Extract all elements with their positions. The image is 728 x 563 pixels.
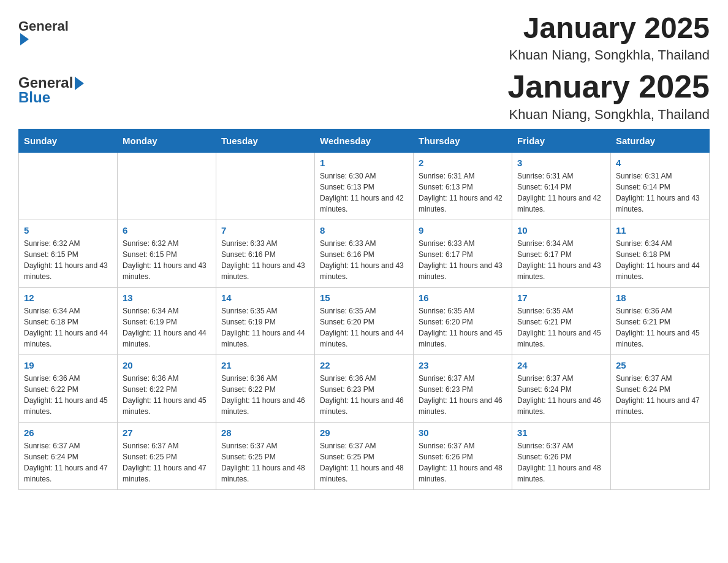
day-info: Sunrise: 6:36 AMSunset: 6:22 PMDaylight:… <box>123 373 211 417</box>
location-title: Khuan Niang, Songkhla, Thailand <box>509 47 710 63</box>
day-cell: 23Sunrise: 6:37 AMSunset: 6:23 PMDayligh… <box>414 354 512 422</box>
day-info: Sunrise: 6:37 AMSunset: 6:24 PMDaylight:… <box>24 440 112 484</box>
day-number: 8 <box>320 225 408 236</box>
day-cell: 24Sunrise: 6:37 AMSunset: 6:24 PMDayligh… <box>512 354 611 422</box>
day-cell: 2Sunrise: 6:31 AMSunset: 6:13 PMDaylight… <box>414 152 512 220</box>
day-info: Sunrise: 6:31 AMSunset: 6:13 PMDaylight:… <box>419 170 507 215</box>
day-cell: 31Sunrise: 6:37 AMSunset: 6:26 PMDayligh… <box>512 422 611 489</box>
day-info: Sunrise: 6:33 AMSunset: 6:16 PMDaylight:… <box>221 238 309 282</box>
day-number: 30 <box>419 427 507 438</box>
logo-container: General Blue <box>18 74 84 106</box>
day-info: Sunrise: 6:37 AMSunset: 6:23 PMDaylight:… <box>419 373 507 417</box>
day-cell: 9Sunrise: 6:33 AMSunset: 6:17 PMDaylight… <box>414 220 512 287</box>
day-info: Sunrise: 6:35 AMSunset: 6:21 PMDaylight:… <box>517 305 605 350</box>
logo-triangle-icon <box>75 77 84 90</box>
day-info: Sunrise: 6:37 AMSunset: 6:25 PMDaylight:… <box>123 440 211 484</box>
day-info: Sunrise: 6:37 AMSunset: 6:26 PMDaylight:… <box>419 440 507 484</box>
week-row-4: 19Sunrise: 6:36 AMSunset: 6:22 PMDayligh… <box>19 354 710 422</box>
day-info: Sunrise: 6:33 AMSunset: 6:16 PMDaylight:… <box>320 238 408 282</box>
day-info: Sunrise: 6:34 AMSunset: 6:17 PMDaylight:… <box>517 238 605 282</box>
day-info: Sunrise: 6:36 AMSunset: 6:22 PMDaylight:… <box>221 373 309 417</box>
header-tuesday: Tuesday <box>216 129 315 152</box>
day-cell: 15Sunrise: 6:35 AMSunset: 6:20 PMDayligh… <box>315 287 414 354</box>
day-cell: 22Sunrise: 6:36 AMSunset: 6:23 PMDayligh… <box>315 354 414 422</box>
day-number: 6 <box>123 225 211 236</box>
logo-blue-text: Blue <box>18 89 50 106</box>
day-cell: 13Sunrise: 6:34 AMSunset: 6:19 PMDayligh… <box>118 287 216 354</box>
day-info: Sunrise: 6:35 AMSunset: 6:19 PMDaylight:… <box>221 305 309 350</box>
page-header: General January 2025 Khuan Niang, Songkh… <box>18 12 710 63</box>
day-info: Sunrise: 6:34 AMSunset: 6:19 PMDaylight:… <box>123 305 211 350</box>
day-number: 5 <box>24 225 112 236</box>
day-number: 19 <box>24 360 112 370</box>
day-number: 3 <box>517 158 605 168</box>
day-cell: 16Sunrise: 6:35 AMSunset: 6:20 PMDayligh… <box>414 287 512 354</box>
day-info: Sunrise: 6:37 AMSunset: 6:25 PMDaylight:… <box>320 440 408 484</box>
day-info: Sunrise: 6:35 AMSunset: 6:20 PMDaylight:… <box>419 305 507 350</box>
day-cell: 7Sunrise: 6:33 AMSunset: 6:16 PMDaylight… <box>216 220 315 287</box>
day-number: 7 <box>221 225 309 236</box>
week-row-1: 1Sunrise: 6:30 AMSunset: 6:13 PMDaylight… <box>19 152 710 220</box>
day-cell: 5Sunrise: 6:32 AMSunset: 6:15 PMDaylight… <box>19 220 118 287</box>
day-info: Sunrise: 6:35 AMSunset: 6:20 PMDaylight:… <box>320 305 408 350</box>
header-saturday: Saturday <box>611 129 710 152</box>
day-info: Sunrise: 6:31 AMSunset: 6:14 PMDaylight:… <box>616 170 704 215</box>
day-number: 10 <box>517 225 605 236</box>
day-cell: 18Sunrise: 6:36 AMSunset: 6:21 PMDayligh… <box>611 287 710 354</box>
day-number: 13 <box>123 293 211 303</box>
day-number: 29 <box>320 427 408 438</box>
day-cell <box>118 152 216 220</box>
day-info: Sunrise: 6:33 AMSunset: 6:17 PMDaylight:… <box>419 238 507 282</box>
day-cell: 30Sunrise: 6:37 AMSunset: 6:26 PMDayligh… <box>414 422 512 489</box>
header-friday: Friday <box>512 129 611 152</box>
calendar-header-row: SundayMondayTuesdayWednesdayThursdayFrid… <box>19 129 710 152</box>
week-row-5: 26Sunrise: 6:37 AMSunset: 6:24 PMDayligh… <box>19 422 710 489</box>
day-cell: 8Sunrise: 6:33 AMSunset: 6:16 PMDaylight… <box>315 220 414 287</box>
day-cell: 4Sunrise: 6:31 AMSunset: 6:14 PMDaylight… <box>611 152 710 220</box>
day-cell: 12Sunrise: 6:34 AMSunset: 6:18 PMDayligh… <box>19 287 118 354</box>
day-number: 15 <box>320 293 408 303</box>
logo-general: General <box>18 18 69 34</box>
month-year-title: January 2025 <box>507 69 710 104</box>
day-number: 18 <box>616 293 704 303</box>
calendar-table: SundayMondayTuesdayWednesdayThursdayFrid… <box>18 129 710 490</box>
day-number: 16 <box>419 293 507 303</box>
day-number: 25 <box>616 360 704 370</box>
day-info: Sunrise: 6:32 AMSunset: 6:15 PMDaylight:… <box>123 238 211 282</box>
day-info: Sunrise: 6:36 AMSunset: 6:22 PMDaylight:… <box>24 373 112 417</box>
logo-arrow-icon <box>20 33 29 45</box>
day-number: 21 <box>221 360 309 370</box>
day-number: 9 <box>419 225 507 236</box>
day-number: 31 <box>517 427 605 438</box>
day-cell: 17Sunrise: 6:35 AMSunset: 6:21 PMDayligh… <box>512 287 611 354</box>
header-sunday: Sunday <box>19 129 118 152</box>
location-subtitle: Khuan Niang, Songkhla, Thailand <box>507 107 710 123</box>
day-number: 17 <box>517 293 605 303</box>
week-row-3: 12Sunrise: 6:34 AMSunset: 6:18 PMDayligh… <box>19 287 710 354</box>
day-number: 28 <box>221 427 309 438</box>
day-cell: 21Sunrise: 6:36 AMSunset: 6:22 PMDayligh… <box>216 354 315 422</box>
day-number: 1 <box>320 158 408 168</box>
day-cell <box>216 152 315 220</box>
day-info: Sunrise: 6:34 AMSunset: 6:18 PMDaylight:… <box>24 305 112 350</box>
day-cell: 1Sunrise: 6:30 AMSunset: 6:13 PMDaylight… <box>315 152 414 220</box>
day-number: 14 <box>221 293 309 303</box>
day-number: 20 <box>123 360 211 370</box>
day-number: 4 <box>616 158 704 168</box>
month-title: January 2025 <box>509 12 710 45</box>
day-cell: 29Sunrise: 6:37 AMSunset: 6:25 PMDayligh… <box>315 422 414 489</box>
day-cell: 14Sunrise: 6:35 AMSunset: 6:19 PMDayligh… <box>216 287 315 354</box>
day-cell: 28Sunrise: 6:37 AMSunset: 6:25 PMDayligh… <box>216 422 315 489</box>
day-number: 26 <box>24 427 112 438</box>
day-number: 27 <box>123 427 211 438</box>
header-wednesday: Wednesday <box>315 129 414 152</box>
day-info: Sunrise: 6:37 AMSunset: 6:25 PMDaylight:… <box>221 440 309 484</box>
day-cell: 19Sunrise: 6:36 AMSunset: 6:22 PMDayligh… <box>19 354 118 422</box>
day-number: 12 <box>24 293 112 303</box>
day-cell <box>19 152 118 220</box>
day-cell: 27Sunrise: 6:37 AMSunset: 6:25 PMDayligh… <box>118 422 216 489</box>
day-cell: 20Sunrise: 6:36 AMSunset: 6:22 PMDayligh… <box>118 354 216 422</box>
day-number: 22 <box>320 360 408 370</box>
day-info: Sunrise: 6:36 AMSunset: 6:23 PMDaylight:… <box>320 373 408 417</box>
day-cell: 10Sunrise: 6:34 AMSunset: 6:17 PMDayligh… <box>512 220 611 287</box>
